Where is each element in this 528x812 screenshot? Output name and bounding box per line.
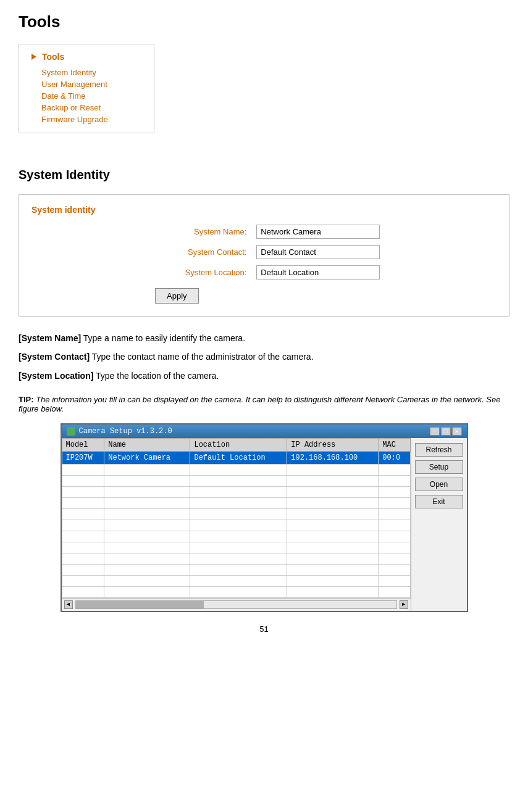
form-grid: System Name: System Contact: System Loca… [69,225,497,280]
nav-header-label: Tools [42,52,64,62]
camera-table-area: Model Name Location IP Address MAC IP207… [62,438,411,611]
nav-triangle-icon [31,54,36,60]
table-row [62,465,410,476]
description-block: [System Name] Type a name to easily iden… [19,331,509,383]
system-contact-desc: [System Contact] Type the contact name o… [19,350,509,363]
scroll-thumb[interactable] [76,601,204,608]
system-contact-bold: [System Contact] [19,352,90,362]
apply-button[interactable]: Apply [155,288,199,304]
tip-label: TIP: [19,395,34,404]
nav-item-date-time[interactable]: Date & Time [31,90,141,102]
nav-item-user-management[interactable]: User Management [31,78,141,90]
nav-item-firmware-upgrade[interactable]: Firmware Upgrade [31,114,141,125]
restore-button[interactable]: □ [441,427,451,436]
row-mac: 00:0 [379,452,410,465]
system-location-input[interactable] [256,265,380,280]
open-button[interactable]: Open [415,478,463,491]
camera-window: Camera Setup v1.3.2.0 ─ □ ✕ Model Name L… [61,423,468,612]
nav-box: Tools System Identity User Management Da… [19,44,154,133]
system-location-desc: [System Location] Type the location of t… [19,369,509,383]
row-ip: 192.168.168.100 [287,452,379,465]
nav-item-system-identity[interactable]: System Identity [31,67,141,78]
camera-table-header: Model Name Location IP Address MAC [62,439,410,452]
col-name: Name [104,439,190,452]
table-row [62,576,410,587]
exit-button[interactable]: Exit [415,495,463,508]
row-location: Default Location [190,452,287,465]
camera-window-icon [67,427,75,436]
setup-button[interactable]: Setup [415,460,463,474]
system-name-desc-text: Type a name to easily identify the camer… [81,333,245,343]
system-contact-input[interactable] [256,245,380,259]
table-row[interactable]: IP207W Network Camera Default Location 1… [62,452,410,465]
camera-table-body: IP207W Network Camera Default Location 1… [62,452,410,598]
col-ip: IP Address [287,439,379,452]
table-row [62,587,410,598]
nav-item-backup-reset[interactable]: Backup or Reset [31,102,141,114]
table-row [62,487,410,498]
row-name: Network Camera [104,452,190,465]
camera-main-area: Model Name Location IP Address MAC IP207… [62,438,467,611]
camera-sidebar: Refresh Setup Open Exit [411,438,467,611]
camera-window-titlebar: Camera Setup v1.3.2.0 ─ □ ✕ [62,425,467,438]
col-model: Model [62,439,104,452]
table-row [62,565,410,576]
horizontal-scrollbar[interactable]: ◄ ► [62,598,411,611]
table-row [62,531,410,542]
col-location: Location [190,439,287,452]
system-name-label: System Name: [69,227,246,236]
nav-header: Tools [31,52,141,62]
table-row [62,520,410,531]
page-title: Tools [19,12,509,31]
close-button[interactable]: ✕ [452,427,462,436]
page-number: 51 [19,624,509,634]
section-title: System Identity [19,168,509,182]
panel-title: System identity [31,205,497,215]
system-name-bold: [System Name] [19,333,81,343]
camera-window-title-text: Camera Setup v1.3.2.0 [79,427,172,436]
col-mac: MAC [379,439,410,452]
system-identity-panel: System identity System Name: System Cont… [19,194,509,317]
system-contact-desc-text: Type the contact name of the administrat… [90,352,313,362]
tip-text: TIP: The information you fill in can be … [19,395,509,413]
system-location-label: System Location: [69,268,246,277]
table-row [62,553,410,565]
system-contact-label: System Contact: [69,247,246,257]
window-controls[interactable]: ─ □ ✕ [430,427,462,436]
camera-table: Model Name Location IP Address MAC IP207… [62,438,411,598]
minimize-button[interactable]: ─ [430,427,440,436]
camera-window-title-left: Camera Setup v1.3.2.0 [67,427,172,436]
table-row [62,476,410,487]
scroll-left-arrow[interactable]: ◄ [64,600,73,609]
scroll-track[interactable] [75,600,397,609]
row-model: IP207W [62,452,104,465]
table-row [62,509,410,520]
tip-body: The information you fill in can be displ… [19,395,500,413]
system-name-desc: [System Name] Type a name to easily iden… [19,331,509,345]
system-location-desc-text: Type the location of the camera. [93,371,219,381]
system-location-bold: [System Location] [19,371,93,381]
table-row [62,542,410,553]
scroll-right-arrow[interactable]: ► [400,600,408,609]
apply-row: Apply [69,288,497,304]
refresh-button[interactable]: Refresh [415,443,463,457]
system-name-input[interactable] [256,225,380,239]
table-row [62,498,410,509]
